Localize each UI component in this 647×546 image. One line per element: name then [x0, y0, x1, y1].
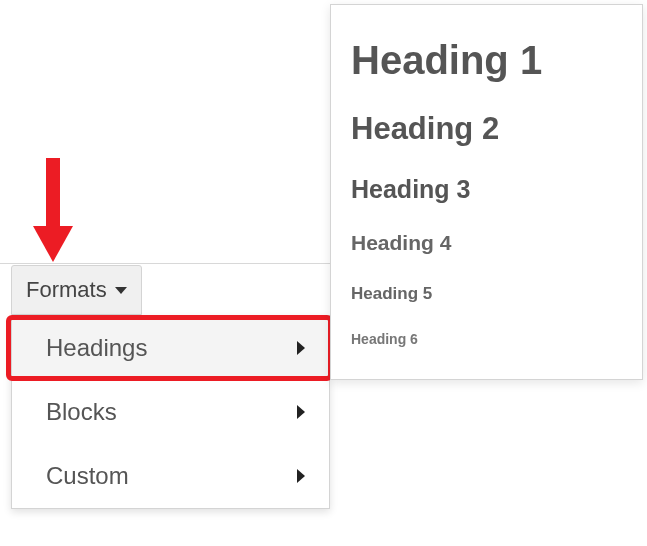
caret-right-icon	[297, 405, 305, 419]
heading-option-h2[interactable]: Heading 2	[331, 97, 642, 161]
heading-option-h3[interactable]: Heading 3	[331, 161, 642, 218]
submenu-item-headings[interactable]: Headings	[12, 316, 329, 380]
heading-option-h1[interactable]: Heading 1	[331, 23, 642, 97]
heading-option-h6[interactable]: Heading 6	[331, 317, 642, 361]
formats-submenu: Headings Blocks Custom	[11, 315, 330, 509]
heading-option-h5[interactable]: Heading 5	[331, 270, 642, 318]
caret-right-icon	[297, 469, 305, 483]
heading-option-h4[interactable]: Heading 4	[331, 217, 642, 269]
submenu-item-label: Custom	[46, 462, 129, 490]
arrow-annotation-icon	[29, 154, 77, 264]
formats-label: Formats	[26, 277, 107, 303]
caret-right-icon	[297, 341, 305, 355]
submenu-item-label: Blocks	[46, 398, 117, 426]
submenu-item-blocks[interactable]: Blocks	[12, 380, 329, 444]
submenu-item-label: Headings	[46, 334, 147, 362]
formats-dropdown-button[interactable]: Formats	[11, 265, 142, 315]
caret-down-icon	[115, 287, 127, 294]
submenu-item-custom[interactable]: Custom	[12, 444, 329, 508]
headings-flyout: Heading 1 Heading 2 Heading 3 Heading 4 …	[330, 4, 643, 380]
svg-marker-1	[33, 226, 73, 262]
toolbar-divider	[0, 263, 330, 264]
